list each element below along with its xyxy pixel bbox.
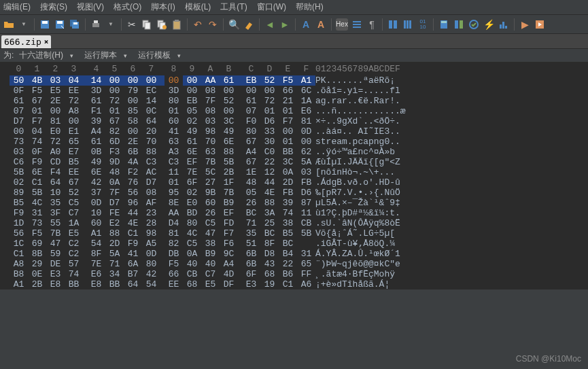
hex-byte[interactable]: 00 xyxy=(279,126,297,137)
hex-byte[interactable]: 47 xyxy=(201,228,220,239)
hex-byte[interactable]: 4E xyxy=(124,218,142,228)
hex-byte[interactable]: FD xyxy=(220,218,238,228)
highlight-icon[interactable] xyxy=(243,18,255,31)
hex-byte[interactable]: 66 xyxy=(165,269,183,279)
ascii-cell[interactable]: ¨)ÞW~qjêõ@@¤kC"e xyxy=(315,259,406,269)
hex-byte[interactable]: 28 xyxy=(142,218,160,228)
hex-byte[interactable]: 2E xyxy=(46,96,65,106)
hex-byte[interactable]: F9 xyxy=(28,157,46,167)
ascii-cell[interactable]: µL5Å.×–¯Žà`¹&ˆ9‡ xyxy=(315,198,406,208)
hex-byte[interactable]: 61 xyxy=(87,96,105,106)
hex-byte[interactable]: 70 xyxy=(201,137,220,147)
hex-byte[interactable]: 80 xyxy=(183,218,201,228)
hex-byte[interactable]: E2 xyxy=(105,218,124,228)
hex-byte[interactable]: A8 xyxy=(10,259,28,269)
hex-byte[interactable]: D7 xyxy=(10,116,28,126)
hex-byte[interactable]: F5 xyxy=(165,259,183,269)
hex-byte[interactable]: C2 xyxy=(65,239,83,249)
ascii-cell[interactable]: ...ñ............æ xyxy=(315,106,406,116)
hex-byte[interactable]: 0B xyxy=(87,147,105,157)
ascii-cell[interactable]: ÆùÍµI.JÄÄï{[g"<Z xyxy=(315,157,406,167)
hex-byte[interactable]: 7E xyxy=(183,167,201,177)
hex-byte[interactable]: 8B xyxy=(28,249,46,259)
hex-byte[interactable]: 61 xyxy=(220,75,238,86)
hex-byte[interactable]: 67 xyxy=(242,157,260,167)
compare-icon[interactable] xyxy=(453,18,465,31)
hex-row[interactable]: 61672E726172001480EB7F526172211Aag.rar..… xyxy=(0,96,406,106)
hex-byte[interactable]: 40 xyxy=(201,259,220,269)
hex-byte[interactable]: A4 xyxy=(87,126,105,137)
hex-byte[interactable]: 5B xyxy=(220,157,238,167)
hex-byte[interactable]: 03 xyxy=(201,116,220,126)
hex-byte[interactable]: 43 xyxy=(260,259,279,269)
hex-byte[interactable]: 68 xyxy=(260,269,279,279)
copy-icon[interactable] xyxy=(141,18,153,31)
hex-byte[interactable]: 74 xyxy=(65,269,83,279)
ascii-cell[interactable]: ×÷..9gXd`..<ðÖ÷. xyxy=(315,116,406,126)
hex-byte[interactable]: C2 xyxy=(65,249,83,259)
prev-icon[interactable]: ◄ xyxy=(264,18,276,31)
hex-byte[interactable]: 49 xyxy=(183,126,201,137)
ascii-cell[interactable]: stream.pcapng0.. xyxy=(315,137,406,147)
hex-byte[interactable]: 00 xyxy=(124,126,142,137)
hex-byte[interactable]: 67 xyxy=(242,137,260,147)
hex-byte[interactable]: 79 xyxy=(124,86,142,96)
hex-byte[interactable]: E0 xyxy=(183,198,201,208)
menu-format[interactable]: 格式(O) xyxy=(114,1,141,13)
hex-byte[interactable]: C3 xyxy=(165,157,183,167)
hex-byte[interactable]: F9 xyxy=(124,239,142,249)
hex-byte[interactable]: EB xyxy=(242,75,260,86)
hex-byte[interactable]: 00 xyxy=(10,126,28,137)
hex-byte[interactable]: 72 xyxy=(46,137,65,147)
hex-byte[interactable]: 9C xyxy=(220,249,238,259)
hex-byte[interactable]: E1 xyxy=(65,126,83,137)
hex-byte[interactable]: D8 xyxy=(260,249,279,259)
hex-byte[interactable]: 44 xyxy=(260,177,279,188)
menu-template[interactable]: 模板(L) xyxy=(185,1,211,13)
hex-byte[interactable]: 2B xyxy=(220,167,238,177)
hex-byte[interactable]: 63 xyxy=(201,147,220,157)
hex-byte[interactable]: 80 xyxy=(242,126,260,137)
hex-byte[interactable]: 07 xyxy=(10,106,28,116)
hex-byte[interactable]: 14 xyxy=(87,75,105,86)
hex-byte[interactable]: 61 xyxy=(10,96,28,106)
hex-byte[interactable]: 29 xyxy=(28,259,46,269)
hex-row[interactable]: 73747265616D2E706361706E67300100stream.p… xyxy=(0,137,406,147)
hex-byte[interactable]: 71 xyxy=(242,218,260,228)
hex-byte[interactable]: FB xyxy=(279,188,297,198)
hex-byte[interactable]: CB xyxy=(297,218,315,228)
save-icon[interactable] xyxy=(39,18,51,31)
hex-byte[interactable]: 54 xyxy=(87,239,105,249)
ascii-cell[interactable]: PK.......ªaëRõ¡ xyxy=(315,75,406,86)
hex-row[interactable]: 1D73551A60E24E28D480C5FD712538CB.sU.`âN(… xyxy=(0,218,406,228)
cut-icon[interactable]: ✂ xyxy=(126,18,138,31)
hex-byte[interactable]: 1D xyxy=(10,218,28,228)
hex-byte[interactable]: 98 xyxy=(201,126,220,137)
hex-byte[interactable]: 61 xyxy=(242,96,260,106)
hex-byte[interactable]: A4 xyxy=(220,259,238,269)
hex-byte[interactable]: 42 xyxy=(142,269,160,279)
hex-byte[interactable]: EF xyxy=(220,208,238,218)
hex-byte[interactable]: 73 xyxy=(28,218,46,228)
hex-byte[interactable]: 72 xyxy=(65,96,83,106)
hex-byte[interactable]: EE xyxy=(165,279,183,289)
hex-byte[interactable]: 6A xyxy=(124,259,142,269)
hex-byte[interactable]: 7F xyxy=(105,188,124,198)
hex-byte[interactable]: 37 xyxy=(87,188,105,198)
hex-byte[interactable]: 80 xyxy=(142,259,160,269)
hex-byte[interactable]: 74 xyxy=(279,208,297,218)
hex-byte[interactable]: 05 xyxy=(242,188,260,198)
hex-byte[interactable]: B9 xyxy=(220,198,238,208)
hex-byte[interactable]: 6D xyxy=(105,137,124,147)
hex-byte[interactable]: 00 xyxy=(142,75,160,86)
hex-row[interactable]: D7F78100396758646002033CF0D6F781×÷..9gXd… xyxy=(0,116,406,126)
hex-byte[interactable]: 2D xyxy=(105,239,124,249)
ascii-cell[interactable]: ¸.ãtæ4·BfËçMohÿ xyxy=(315,269,406,279)
hex-byte[interactable]: 73 xyxy=(10,137,28,147)
ascii-cell[interactable]: Á.YÂ.ZA.Û.¹œkØ´1 xyxy=(315,249,406,259)
hex-byte[interactable]: B5 xyxy=(65,157,83,167)
hex-byte[interactable]: 60 xyxy=(201,198,220,208)
ascii-cell[interactable]: ¡+è»dTîhåßã.Á¦ xyxy=(315,279,406,289)
hex-byte[interactable]: A1 xyxy=(10,279,28,289)
hex-byte[interactable]: 6E xyxy=(28,167,46,177)
